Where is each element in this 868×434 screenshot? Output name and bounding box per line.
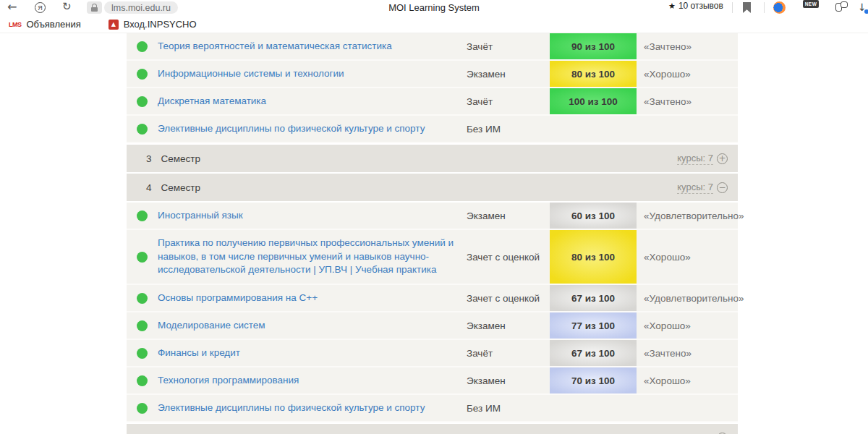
score-badge xyxy=(550,116,637,142)
grade-label: «Удовлетворительно» xyxy=(637,210,738,221)
score-badge: 100 из 100 xyxy=(550,88,637,114)
course-row: Иностранный язык Экзамен 60 из 100 «Удов… xyxy=(127,203,738,230)
score-badge xyxy=(550,395,637,421)
control-type-label: Зачёт xyxy=(467,348,550,359)
course-name-link[interactable]: Информационные системы и технологии xyxy=(158,67,467,81)
extension-new-icon[interactable]: NEW xyxy=(803,0,819,15)
semester-courses-link[interactable]: курсы: 7 xyxy=(677,182,713,194)
semester-toggle-icon[interactable]: − xyxy=(717,182,728,193)
control-type-label: Без ИМ xyxy=(467,124,550,135)
browser-extension-icon[interactable] xyxy=(773,1,786,14)
semester-label: Семестр xyxy=(161,153,201,164)
status-dot-icon xyxy=(137,69,148,80)
toolbar-divider xyxy=(732,2,733,13)
course-name-link[interactable]: Финансы и кредит xyxy=(158,346,467,360)
course-name-link[interactable]: Практика по получению первичных професси… xyxy=(158,237,467,278)
bookmark-announcements[interactable]: LMS Объявления xyxy=(6,17,84,31)
downloads-icon[interactable]: ↓ xyxy=(858,1,868,15)
course-row: Элективные дисциплины по физической куль… xyxy=(127,116,738,143)
course-name-link[interactable]: Элективные дисциплины по физической куль… xyxy=(158,122,467,136)
grade-label: «Хорошо» xyxy=(637,252,738,263)
grade-label: «Хорошо» xyxy=(637,69,738,80)
reviews-count-label: 10 отзывов xyxy=(678,1,723,11)
semester-courses-link[interactable]: курсы: 7 xyxy=(677,153,713,165)
status-dot-icon xyxy=(137,41,148,52)
control-type-label: Экзамен xyxy=(467,375,550,386)
semester-courses-link[interactable]: курсы: 8 xyxy=(677,432,713,434)
course-name-link[interactable]: Элективные дисциплины по физической куль… xyxy=(158,401,467,415)
collections-icon[interactable] xyxy=(835,1,848,13)
new-badge: NEW xyxy=(803,0,819,8)
score-badge: 67 из 100 xyxy=(550,340,637,366)
lock-body xyxy=(91,7,98,12)
control-type-label: Зачет с оценкой xyxy=(467,252,550,263)
semester-label: Семестр xyxy=(161,182,201,193)
course-row: Основы программирования на C++ Зачет с о… xyxy=(127,285,738,312)
yandex-home-icon[interactable]: Я xyxy=(35,2,46,13)
course-row: Информационные системы и технологии Экза… xyxy=(127,61,738,88)
site-reviews-widget[interactable]: ★ 10 отзывов xyxy=(668,1,723,11)
status-dot-icon xyxy=(137,210,148,221)
semester-toggle-icon[interactable]: + xyxy=(717,153,728,164)
status-dot-icon xyxy=(137,252,148,263)
course-name-link[interactable]: Дискретная математика xyxy=(158,95,467,109)
course-name-link[interactable]: Иностранный язык xyxy=(158,209,467,223)
bookmark-flag-icon[interactable] xyxy=(743,2,751,13)
semester-header-row: 3 Семестр курсы: 7 + xyxy=(127,145,738,172)
control-type-label: Зачёт xyxy=(467,96,550,107)
course-name-link[interactable]: Теория вероятностей и математическая ста… xyxy=(158,40,467,54)
status-dot-icon xyxy=(137,96,148,107)
status-dot-icon xyxy=(137,124,148,135)
status-dot-icon xyxy=(137,293,148,304)
grade-label: «Зачтено» xyxy=(637,96,738,107)
browser-toolbar: ← Я ↻ lms.moi.edu.ru MOI Learning System… xyxy=(0,0,868,16)
course-row: Дискретная математика Зачёт 100 из 100 «… xyxy=(127,88,738,116)
control-type-label: Экзамен xyxy=(467,320,550,331)
bookmarks-bar: LMS Объявления ▲ Вход.INPSYCHO xyxy=(0,16,868,33)
status-dot-icon xyxy=(137,403,148,414)
status-dot-icon xyxy=(137,320,148,331)
semester-header-row: 5 Семестр курсы: 8 + xyxy=(127,424,738,434)
course-name-link[interactable]: Основы программирования на C++ xyxy=(158,292,467,305)
score-badge: 70 из 100 xyxy=(550,367,637,393)
score-badge: 67 из 100 xyxy=(550,285,637,311)
refresh-icon[interactable]: ↻ xyxy=(62,1,72,12)
bookmark-vhod-inpsycho[interactable]: ▲ Вход.INPSYCHO xyxy=(106,17,200,31)
control-type-label: Экзамен xyxy=(467,69,550,80)
semester-number: 4 xyxy=(146,182,152,193)
address-bar[interactable]: lms.moi.edu.ru xyxy=(104,1,178,14)
score-badge: 77 из 100 xyxy=(550,312,637,339)
grade-label: «Зачтено» xyxy=(637,348,738,359)
course-row: Технология программирования Экзамен 70 и… xyxy=(127,367,738,395)
control-type-label: Зачёт xyxy=(467,41,550,52)
score-badge: 80 из 100 xyxy=(550,230,637,284)
grade-label: «Хорошо» xyxy=(637,375,738,386)
grades-table: Теория вероятностей и математическая ста… xyxy=(127,33,738,434)
course-row: Практика по получению первичных професси… xyxy=(127,230,738,285)
status-dot-icon xyxy=(137,375,148,386)
grade-label: «Хорошо» xyxy=(637,320,738,331)
grade-label: «Удовлетворительно» xyxy=(637,293,738,304)
course-row: Финансы и кредит Зачёт 67 из 100 «Зачтен… xyxy=(127,340,738,367)
toolbar-divider xyxy=(764,2,765,13)
score-badge: 90 из 100 xyxy=(550,33,637,59)
back-icon[interactable]: ← xyxy=(7,1,17,13)
lms-favicon: LMS xyxy=(9,21,22,28)
score-badge: 80 из 100 xyxy=(550,61,637,87)
semester-header-row: 4 Семестр курсы: 7 − xyxy=(127,174,738,201)
course-name-link[interactable]: Моделирование систем xyxy=(158,319,467,333)
red-logo-favicon: ▲ xyxy=(109,20,119,30)
semester-number: 3 xyxy=(146,153,152,164)
download-notification-dot xyxy=(864,9,868,14)
control-type-label: Зачет с оценкой xyxy=(467,293,550,304)
control-type-label: Без ИМ xyxy=(467,403,550,414)
status-dot-icon xyxy=(137,348,148,359)
control-type-label: Экзамен xyxy=(467,210,550,221)
grade-label: «Зачтено» xyxy=(637,41,738,52)
course-row: Элективные дисциплины по физической куль… xyxy=(127,395,738,422)
course-name-link[interactable]: Технология программирования xyxy=(158,374,467,388)
site-security-lock-icon[interactable] xyxy=(87,1,102,14)
course-row: Теория вероятностей и математическая ста… xyxy=(127,33,738,61)
course-row: Моделирование систем Экзамен 77 из 100 «… xyxy=(127,312,738,340)
star-icon: ★ xyxy=(668,1,676,11)
